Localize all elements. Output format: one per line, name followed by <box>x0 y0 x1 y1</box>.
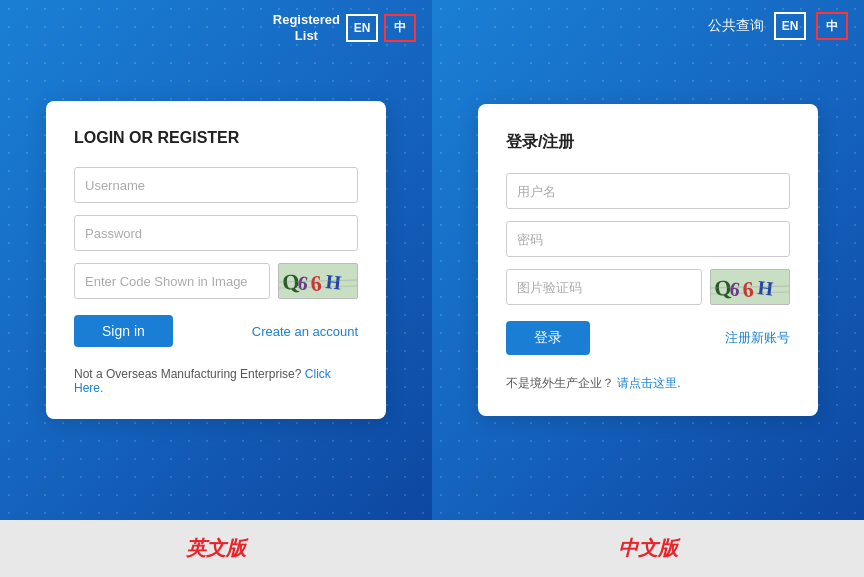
left-login-card: LOGIN OR REGISTER Q 6 6 H <box>46 101 386 419</box>
left-create-account-link[interactable]: Create an account <box>252 324 358 339</box>
right-password-input[interactable] <box>506 221 790 257</box>
right-username-input[interactable] <box>506 173 790 209</box>
right-version-label: 中文版 <box>618 535 678 562</box>
left-footer: Not a Overseas Manufacturing Enterprise?… <box>74 367 358 395</box>
left-card-title: LOGIN OR REGISTER <box>74 129 358 147</box>
right-panel-header: 公共查询 EN 中 <box>708 12 848 40</box>
left-version-label: 英文版 <box>186 535 246 562</box>
left-captcha-row: Q 6 6 H <box>74 263 358 299</box>
right-footer: 不是境外生产企业？ 请点击这里. <box>506 375 790 392</box>
left-btn-row: Sign in Create an account <box>74 315 358 347</box>
right-footer-text: 不是境外生产企业？ <box>506 376 614 390</box>
svg-text:H: H <box>325 270 343 294</box>
svg-text:6: 6 <box>742 276 754 302</box>
left-panel-header: Registered List EN 中 <box>273 12 416 43</box>
left-captcha-image[interactable]: Q 6 6 H <box>278 263 358 299</box>
right-captcha-row: Q 6 6 H <box>506 269 790 305</box>
right-captcha-input[interactable] <box>506 269 702 305</box>
left-footer-text: Not a Overseas Manufacturing Enterprise? <box>74 367 301 381</box>
right-footer-link[interactable]: 请点击这里. <box>617 376 680 390</box>
right-captcha-image[interactable]: Q 6 6 H <box>710 269 790 305</box>
right-zh-button[interactable]: 中 <box>816 12 848 40</box>
right-login-card: 登录/注册 Q 6 6 H 登录 <box>478 104 818 416</box>
left-captcha-input[interactable] <box>74 263 270 299</box>
left-zh-button[interactable]: 中 <box>384 14 416 42</box>
right-btn-row: 登录 注册新账号 <box>506 321 790 355</box>
right-card-title: 登录/注册 <box>506 132 790 153</box>
left-panel: Registered List EN 中 LOGIN OR REGISTER Q… <box>0 0 432 520</box>
left-password-input[interactable] <box>74 215 358 251</box>
right-panel: 公共查询 EN 中 登录/注册 Q 6 6 H <box>432 0 864 520</box>
left-sign-in-button[interactable]: Sign in <box>74 315 173 347</box>
public-query-text: 公共查询 <box>708 17 764 35</box>
right-sign-in-button[interactable]: 登录 <box>506 321 590 355</box>
svg-text:H: H <box>757 276 775 300</box>
left-en-button[interactable]: EN <box>346 14 378 42</box>
left-username-input[interactable] <box>74 167 358 203</box>
bottom-labels: 英文版 中文版 <box>0 520 864 577</box>
right-create-account-link[interactable]: 注册新账号 <box>725 329 790 347</box>
svg-text:6: 6 <box>310 270 322 296</box>
zh-header: 公共查询 EN 中 <box>708 12 848 40</box>
right-en-button[interactable]: EN <box>774 12 806 40</box>
registered-list-text: Registered List <box>273 12 340 43</box>
